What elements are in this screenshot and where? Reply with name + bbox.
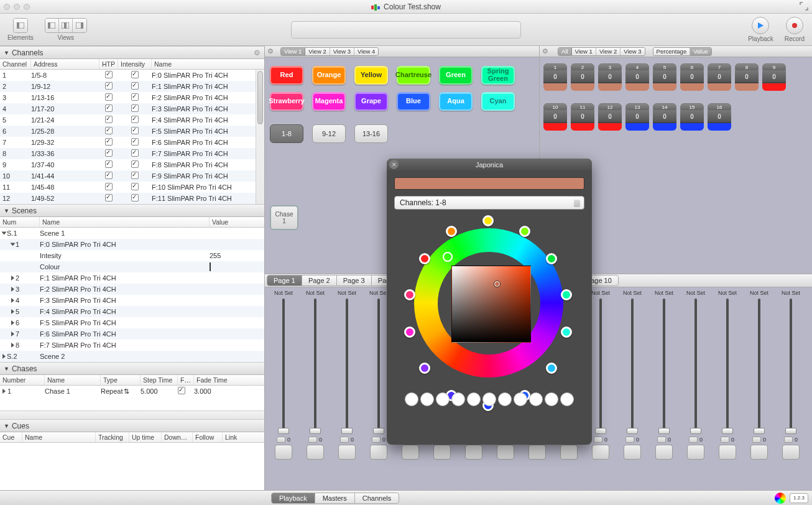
scenes-panel-header[interactable]: ▼ Scenes [0,204,264,217]
intensity-checkbox[interactable] [131,183,139,190]
monitor-tab[interactable]: All [558,48,572,55]
color-picker-popup[interactable]: ✕ Japonica Channels: 1-8 [387,159,592,445]
monitor-cell[interactable]: 70 [708,63,731,91]
saved-color-slot[interactable] [514,392,527,406]
flash-button[interactable] [433,445,451,460]
go-button[interactable] [721,437,729,443]
htp-checkbox[interactable] [105,82,113,90]
sv-cursor[interactable] [494,281,500,287]
playback-slider[interactable]: Not Set0 [744,290,774,460]
col-htp[interactable]: HTP [99,59,118,69]
disclosure-triangle-icon[interactable] [11,320,14,325]
channel-row[interactable]: 91/37-40F:8 SlimPAR Pro Tri 4CH [0,159,264,170]
chase-row[interactable]: 1 Chase 1 Repeat⇅ 5.000 3.000 [0,386,264,397]
saved-color-slot[interactable] [420,392,434,406]
playback-slider[interactable]: Not Set0 [649,290,679,460]
go-button[interactable] [308,437,317,443]
hue-selection-ring[interactable] [443,252,453,262]
scene-row[interactable]: 4F:3 SlimPAR Pro Tri 4CH [0,295,264,306]
channel-row[interactable]: 71/29-32F:6 SlimPAR Pro Tri 4CH [0,137,264,148]
scene-row[interactable]: Colour [0,261,264,272]
close-icon[interactable]: ✕ [389,160,399,169]
monitor-cell[interactable]: 30 [598,63,622,91]
chases-panel-header[interactable]: ▼ Chases [0,362,264,375]
channel-row[interactable]: 21/9-12F:1 SlimPAR Pro Tri 4CH [0,81,264,92]
bottom-tabs[interactable]: PlaybackMastersChannels [271,493,399,504]
monitor-cell[interactable]: 60 [680,63,704,91]
htp-checkbox[interactable] [105,149,113,157]
flash-button[interactable] [624,445,641,460]
monitor-mode-tab[interactable]: Value [690,48,711,55]
intensity-checkbox[interactable] [131,194,139,202]
flash-button[interactable] [687,445,704,460]
playback-slider[interactable]: Not Set0 [776,290,806,460]
intensity-checkbox[interactable] [131,82,139,90]
playback-button[interactable] [752,17,769,34]
numeric-display-icon[interactable]: 1.2.3 [790,493,808,503]
playback-slider[interactable]: Not Set0 [269,290,298,460]
saved-color-slot[interactable] [436,392,450,406]
channel-row[interactable]: 121/49-52F:11 SlimPAR Pro Tri 4CH [0,193,264,204]
monitor-tab[interactable]: View 1 [572,48,596,55]
go-button[interactable] [594,437,602,443]
monitor-mode-tab[interactable]: Percentage [653,48,691,55]
color-pill[interactable]: Aqua [439,92,473,111]
col-follow[interactable]: Follow [193,432,223,442]
go-button[interactable] [689,437,698,443]
horizontal-scrollbar[interactable] [0,410,264,419]
channel-row[interactable]: 81/33-36F:7 SlimPAR Pro Tri 4CH [0,148,264,159]
range-button[interactable]: 1-8 [270,124,303,143]
channel-row[interactable]: 31/13-16F:2 SlimPAR Pro Tri 4CH [0,92,264,103]
monitor-cell[interactable]: 20 [571,63,594,91]
monitor-cell[interactable]: 40 [625,63,649,91]
flash-button[interactable] [719,445,736,460]
htp-checkbox[interactable] [105,172,113,179]
scene-row[interactable]: 1F:0 SlimPAR Pro Tri 4CH [0,239,264,250]
flash-button[interactable] [750,445,768,460]
minimize-window-button[interactable] [14,4,20,10]
color-pill[interactable]: Spring Green [481,66,515,85]
channel-row[interactable]: 51/21-24F:4 SlimPAR Pro Tri 4CH [0,114,264,126]
col-cue-name[interactable]: Name [22,432,96,442]
htp-checkbox[interactable] [105,93,113,101]
col-num[interactable]: Num [0,217,40,227]
hue-preset-dot[interactable] [546,363,557,374]
color-pill[interactable]: Grape [354,92,388,111]
intensity-checkbox[interactable] [131,149,139,157]
scene-row[interactable]: 6F:5 SlimPAR Pro Tri 4CH [0,317,264,328]
go-button[interactable] [657,437,666,443]
chase-f-checkbox[interactable] [178,387,185,394]
saturation-value-box[interactable] [451,266,531,343]
htp-checkbox[interactable] [105,71,113,78]
intensity-checkbox[interactable] [131,104,139,112]
scene-row[interactable]: S.2Scene 2 [0,351,264,362]
saved-color-slot[interactable] [482,392,496,406]
bottom-tab[interactable]: Playback [271,493,315,504]
go-button[interactable] [752,437,761,443]
monitor-cell[interactable]: 160 [708,103,731,131]
go-button[interactable] [372,437,381,443]
views-segment[interactable] [45,18,87,33]
color-pill[interactable]: Strawberry [270,92,303,111]
range-button[interactable]: 9-12 [312,124,346,143]
record-button[interactable] [786,17,803,34]
flash-button[interactable] [402,445,419,460]
go-button[interactable] [340,437,349,443]
scrollbar[interactable] [256,70,264,204]
disclosure-triangle-icon[interactable] [11,298,14,303]
monitor-mode-tabs[interactable]: PercentageValue [653,47,712,56]
saved-color-slot[interactable] [467,392,481,406]
col-up-time[interactable]: Up time [129,432,162,442]
htp-checkbox[interactable] [105,138,113,146]
hue-preset-dot[interactable] [546,253,557,264]
intensity-checkbox[interactable] [131,138,139,146]
htp-checkbox[interactable] [105,104,113,112]
col-name[interactable]: Name [152,59,264,69]
scene-row[interactable]: 7F:6 SlimPAR Pro Tri 4CH [0,328,264,340]
saved-color-slot[interactable] [405,392,418,406]
go-button[interactable] [784,437,793,443]
hue-preset-dot[interactable] [482,215,494,226]
col-f[interactable]: F… [178,375,194,385]
flash-button[interactable] [655,445,673,460]
col-down-time[interactable]: Down… [162,432,193,442]
